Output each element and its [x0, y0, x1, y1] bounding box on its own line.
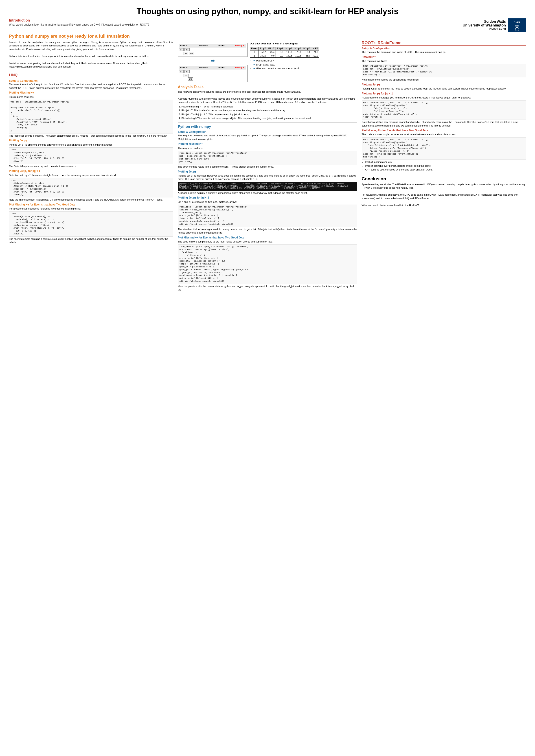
linq-jet-pt-title: Plotting Jet pT — [9, 139, 173, 143]
th-m1: M1 pT — [284, 47, 293, 50]
jagged-array-display: jaggedarray([[ 307.07880875 194.12891125… — [178, 182, 357, 191]
rdf-jet-eta-text: RDataFrame encourages you to think of th… — [362, 96, 526, 99]
linq-miss-ht-text: For a cut the sub-sequence reference is … — [9, 207, 173, 210]
analysis-tasks-intro: The following tasks were setup to look a… — [178, 90, 357, 94]
linq-code-hmiss: var tree = CreateQueriable("<filename>.r… — [9, 99, 173, 133]
event2-diagram: Event #2 electrons muons Missing ET e1 m… — [178, 65, 247, 82]
analysis-tasks-para1: A simple ntuple file with single-value l… — [178, 97, 357, 104]
rdf-setup-title: Setup & Configuration — [362, 47, 526, 50]
bullet-drop: ➡ Drop "extra" jets? — [253, 63, 357, 67]
event-table: Event E1 pT E2 pT E3 pT M1 pT M2 pT M3 p… — [250, 47, 319, 58]
numpy-hmiss-title: Plotting Missing HT — [178, 142, 357, 146]
th-event: Event — [250, 47, 259, 50]
numpy-mask-text: The standard trick of creating a mask in… — [178, 228, 357, 235]
conclusion-text2: For readability, which is subjective, th… — [362, 193, 526, 200]
right-column: ROOT's RDataFrame Setup & Configuration … — [362, 40, 526, 208]
page-title: Thoughts on using python, numpy, and sci… — [9, 7, 526, 16]
linq-code-jet-pt: tree .SelectMany(e => e.jets) .Select(j … — [9, 148, 173, 164]
numpy-setup-title: Setup & Configuration — [178, 130, 357, 133]
python-numpy-title: Python with numpy — [178, 125, 357, 129]
rdf-code-miss-ht: ROOT::RDataFrame df("recoTree", "<filena… — [362, 137, 526, 160]
rdf-bullet-item: C++ code as text, compiled by the clang … — [365, 168, 526, 172]
linq-miss-ht-title: Plot Missing HT for Events that have Two… — [9, 203, 173, 206]
linq-setup-title: Setup & Configuration — [9, 79, 173, 82]
python-para2: But our data is not well suited for nump… — [9, 55, 173, 58]
linq-setup-text: This uses the author's library to turn f… — [9, 83, 173, 90]
conclusion-text1: Speedwise they are similar. The RDataFra… — [362, 183, 526, 190]
data-issues-text: Our data does not fit well in a rectangl… — [250, 42, 357, 45]
rdf-hmiss-title: Plotting HT — [362, 55, 526, 59]
author-name: Gordon Watts — [484, 19, 506, 23]
python-para1: I wanted to base the analysis on the num… — [9, 40, 173, 51]
rdf-jet-pt-text: Plotting Jet pT is identical. No need to… — [362, 87, 526, 91]
table-row: 2150.00.00.0190.3110.525.0310.0 — [250, 54, 319, 58]
linq-loop-text: The loop over events is implied. The Sel… — [9, 134, 173, 138]
th-met: M ET — [311, 47, 319, 50]
rdf-code-hmiss: ROOT::RDataFrame df("recoTree", "<filena… — [362, 64, 526, 77]
event1-diagram: Event #1 electrons muons Missing ET e1 m… — [178, 43, 247, 57]
numpy-jet-eta-text: Jet η and pT are treated as two long, ma… — [178, 200, 357, 204]
numpy-hmiss-text: This requires two lines: — [178, 147, 357, 150]
th-m3: M3 pT — [302, 47, 311, 50]
linq-filter-text: Note the filter statement is a lambda. C… — [9, 198, 173, 202]
linq-jet-eta-text: Selection with |η| < 1 becomes straight … — [9, 174, 173, 177]
rdf-bullet-item: Implicit looping over jets — [365, 160, 526, 164]
numpy-code-hmiss: reco_tree = uproot.open("<filename>.root… — [178, 151, 357, 164]
th-e2: E2 pT — [267, 47, 276, 50]
numpy-code-jet-eta: reco_tree = uproot.open("<filename>.root… — [178, 204, 357, 227]
numpy-array-text: The array method reads in the complete e… — [178, 165, 357, 169]
linq-title: LINQ — [9, 73, 173, 78]
university-name: University of Washington — [463, 23, 506, 27]
intro-title: Introduction — [9, 18, 463, 22]
linq-jet-eta-title: Plotting Jet pT for |η| < 1 — [9, 169, 173, 173]
rdf-branch-text: Note that branch names are specified as … — [362, 78, 526, 81]
linq-code-jet-eta: tree .SelectMany(e => e.jets) .Where(j =… — [9, 178, 173, 198]
task-item: Plot missing HT for events that have two… — [181, 117, 357, 120]
task-item: Plot jet pT. This is a leaf of vector<do… — [181, 109, 357, 112]
jagged-1d-text: A jagged array is actually a numpy 1 dim… — [178, 191, 357, 195]
rdf-define-text: Note that we define new columns goodjet … — [362, 121, 526, 127]
analysis-tasks-title: Analysis Tasks — [178, 85, 357, 89]
numpy-jet-eta-title: Plotting Jet pT for |η| < 1 — [178, 196, 357, 200]
rdf-hmiss-text: This requires two lines: — [362, 60, 526, 63]
numpy-jet-pt-title: Plotting Jet pT — [178, 170, 357, 174]
rdf-jet-eta-title: Plotting Jet pT for |η| < 1 — [362, 92, 526, 95]
linq-jet-pt-text: Plotting Jet pT is different: the sub-ar… — [9, 143, 173, 147]
intro-text: What would analysis look like in another… — [9, 23, 463, 27]
numpy-setup-text: This requires download and install of An… — [178, 134, 357, 141]
svg-text:2018: 2018 — [515, 25, 519, 27]
task-item: Plot jet pT with |η| < 1.0. This require… — [181, 113, 357, 116]
rdf-setup-text: This requires the download and install o… — [362, 50, 526, 54]
table-row: 156.225.40.0193.078.00.074.0 — [250, 50, 319, 54]
rdf-title: ROOT's RDataFrame — [362, 40, 526, 45]
rdf-code-jet-eta: ROOT::RDataFrame df("recoTree", "<filena… — [362, 100, 526, 120]
linq-plot-hmiss-title: Plotting Missing HT — [9, 91, 173, 95]
numpy-miss-ht-title: Plot Missing HT for Events that have Two… — [178, 236, 357, 240]
rdf-jet-pt-title: Plotting Jet pT — [362, 83, 526, 87]
conclusion-title: Conclusion — [362, 176, 526, 182]
left-column: I wanted to base the analysis on the num… — [9, 40, 173, 245]
linq-selectmany-text: The SelectMany takes an array and conver… — [9, 165, 173, 168]
poster-number: Poster #278 — [489, 27, 506, 31]
svg-text:CHEP: CHEP — [514, 21, 520, 24]
bullet-max: ➡ Give each event a max number of jets? — [253, 67, 357, 70]
rdf-miss-ht-title: Plot Missing HT for Events that have Two… — [362, 129, 526, 132]
th-e3: E3 pT — [276, 47, 284, 50]
bullet-pad: ➡ Pad with zeros? — [253, 59, 357, 62]
linq-code-miss-ht: tree .Where(e => e.jets.Where(j => Math.… — [9, 211, 173, 237]
th-m2: M2 pT — [293, 47, 302, 50]
conclusion-text3: What can we do better as we head into th… — [362, 204, 526, 207]
linq-plot-hmiss-text: This requires two lines: — [9, 95, 173, 99]
rdf-bullet-item: Implicit counting over per jet, despite … — [365, 164, 526, 168]
numpy-jet-pt-text: Plotting Jet pT is identical. However, w… — [178, 174, 357, 181]
numpy-jagged-problem: Here the problem with the current state … — [178, 285, 357, 292]
python-para3: I've taken some basic plotting tasks and… — [9, 62, 173, 68]
chep-logo: CHEP 2018 — [508, 18, 526, 32]
numpy-miss-ht-text: The code is more complex now as we must … — [178, 240, 357, 243]
linq-filter-lambda-text: The filter statement contains a complete… — [9, 237, 173, 244]
numpy-code-miss-ht: reco_tree = uproot.open("<filename>.root… — [178, 244, 357, 284]
rdf-miss-ht-text: The code is more complex now as we must … — [362, 133, 526, 136]
middle-column: Event #1 electrons muons Missing ET e1 m… — [178, 40, 357, 292]
th-e1: E1 pT — [259, 47, 267, 50]
python-section-title: Python and numpy are not yet ready for a… — [9, 34, 526, 39]
